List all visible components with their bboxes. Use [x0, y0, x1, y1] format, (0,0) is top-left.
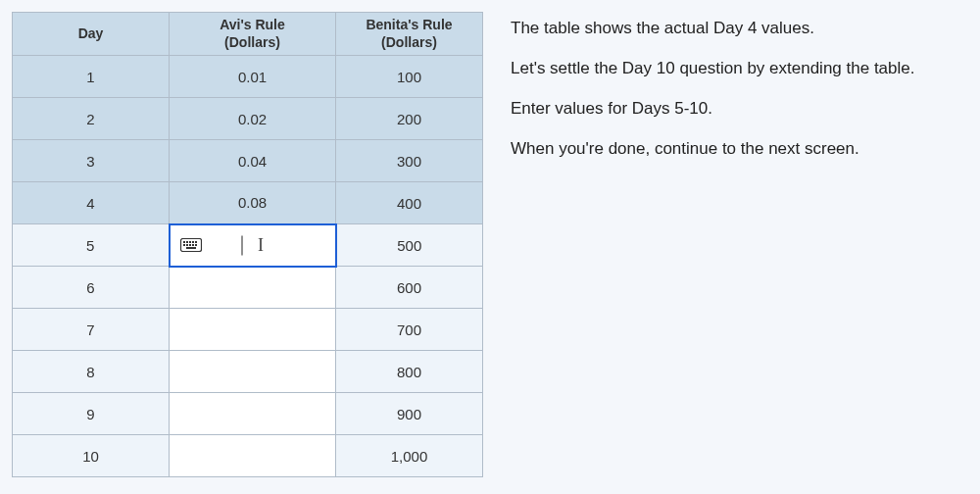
- svg-rect-1: [183, 241, 185, 243]
- header-avi-rule: Avi's Rule(Dollars): [170, 13, 336, 56]
- header-benita-rule: Benita's Rule(Dollars): [336, 13, 483, 56]
- data-table-container: Day Avi's Rule(Dollars) Benita's Rule(Do…: [12, 12, 483, 482]
- svg-rect-9: [192, 244, 194, 246]
- cell-day: 1: [13, 56, 170, 98]
- svg-rect-10: [195, 244, 197, 246]
- cell-day: 9: [13, 393, 170, 435]
- cell-benita-rule: 500: [336, 224, 483, 267]
- cell-avi-rule: 0.02: [170, 98, 336, 140]
- cell-benita-rule: 900: [336, 393, 483, 435]
- cell-avi-rule[interactable]: [170, 393, 336, 435]
- cell-avi-rule[interactable]: [170, 435, 336, 477]
- cell-benita-rule: 1,000: [336, 435, 483, 477]
- cell-avi-rule[interactable]: [170, 309, 336, 351]
- text-cursor-icon: I: [258, 235, 264, 256]
- table-row: 8800: [13, 351, 483, 393]
- keyboard-icon[interactable]: [180, 238, 202, 252]
- input-cursor-area[interactable]: I: [241, 235, 264, 256]
- cell-day: 8: [13, 351, 170, 393]
- cell-avi-rule[interactable]: [170, 267, 336, 309]
- cell-day: 4: [13, 182, 170, 224]
- cell-avi-rule: 0.08: [170, 182, 336, 224]
- cell-day: 6: [13, 267, 170, 309]
- rules-table: Day Avi's Rule(Dollars) Benita's Rule(Do…: [12, 12, 483, 477]
- instruction-line-3: Enter values for Days 5-10.: [511, 98, 968, 121]
- cell-benita-rule: 300: [336, 140, 483, 182]
- table-row: 9900: [13, 393, 483, 435]
- instruction-line-1: The table shows the actual Day 4 values.: [511, 18, 968, 40]
- cell-avi-rule: 0.04: [170, 140, 336, 182]
- svg-rect-4: [192, 241, 194, 243]
- table-row: 20.02200: [13, 98, 483, 140]
- table-row: 101,000: [13, 435, 483, 477]
- instruction-line-2: Let's settle the Day 10 question by exte…: [511, 58, 968, 80]
- svg-rect-6: [183, 244, 185, 246]
- svg-rect-8: [189, 244, 191, 246]
- cell-benita-rule: 200: [336, 98, 483, 140]
- svg-rect-11: [186, 247, 196, 249]
- cell-benita-rule: 100: [336, 56, 483, 98]
- instructions-panel: The table shows the actual Day 4 values.…: [511, 12, 968, 482]
- table-body: 10.0110020.0220030.0430040.084005I500660…: [13, 56, 483, 477]
- header-day: Day: [13, 13, 170, 56]
- table-row: 7700: [13, 309, 483, 351]
- cell-benita-rule: 800: [336, 351, 483, 393]
- table-row: 10.01100: [13, 56, 483, 98]
- svg-rect-7: [186, 244, 188, 246]
- cell-benita-rule: 700: [336, 309, 483, 351]
- cell-day: 2: [13, 98, 170, 140]
- cell-day: 10: [13, 435, 170, 477]
- svg-rect-2: [186, 241, 188, 243]
- cell-day: 7: [13, 309, 170, 351]
- svg-rect-5: [195, 241, 197, 243]
- cell-day: 5: [13, 224, 170, 267]
- table-row: 40.08400: [13, 182, 483, 224]
- cell-day: 3: [13, 140, 170, 182]
- cell-benita-rule: 600: [336, 267, 483, 309]
- cell-avi-rule[interactable]: I: [170, 224, 336, 267]
- cell-benita-rule: 400: [336, 182, 483, 224]
- cell-avi-rule[interactable]: [170, 351, 336, 393]
- text-caret: [241, 235, 242, 255]
- svg-rect-3: [189, 241, 191, 243]
- table-row: 6600: [13, 267, 483, 309]
- table-row: 30.04300: [13, 140, 483, 182]
- cell-avi-rule: 0.01: [170, 56, 336, 98]
- instruction-line-4: When you're done, continue to the next s…: [511, 138, 968, 161]
- table-row: 5I500: [13, 224, 483, 267]
